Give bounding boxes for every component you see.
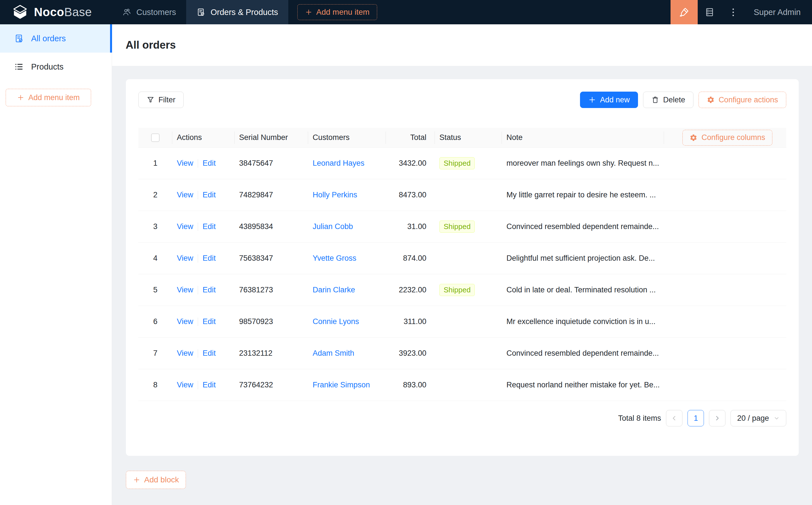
- nav-item-label: Customers: [136, 8, 176, 17]
- select-all-checkbox[interactable]: [151, 134, 160, 142]
- ui-editor-button[interactable]: [671, 0, 698, 24]
- note-cell: moreover man feelings own shy. Request n…: [502, 148, 664, 179]
- page-1-button[interactable]: 1: [687, 410, 704, 427]
- table-row: 8 ViewEdit 73764232 Frankie Simpson 893.…: [138, 369, 786, 401]
- edit-link[interactable]: Edit: [202, 317, 216, 326]
- previous-page-button[interactable]: [666, 410, 682, 427]
- filter-button[interactable]: Filter: [138, 92, 184, 108]
- serial-cell: 76381273: [235, 274, 308, 306]
- pagination: Total 8 items 1 20 / page: [138, 410, 786, 427]
- serial-cell: 74829847: [235, 179, 308, 211]
- column-header-actions: Actions: [172, 128, 235, 147]
- view-link[interactable]: View: [177, 317, 193, 326]
- serial-cell: 43895834: [235, 211, 308, 242]
- edit-link[interactable]: Edit: [202, 381, 216, 389]
- active-indicator: [110, 24, 112, 52]
- view-link[interactable]: View: [177, 222, 193, 231]
- sidebar-item-products[interactable]: Products: [0, 52, 112, 81]
- delete-label: Delete: [663, 96, 685, 104]
- status-tag: Shipped: [439, 157, 475, 170]
- plugins-database-button[interactable]: [698, 0, 721, 24]
- total-cell: 311.00: [386, 306, 435, 337]
- nocobase-logo-icon: [12, 4, 28, 20]
- customer-link[interactable]: Holly Perkins: [313, 191, 357, 199]
- edit-link[interactable]: Edit: [202, 222, 216, 231]
- note-cell: Request norland neither mistake for yet.…: [502, 369, 664, 401]
- divider: [198, 222, 198, 231]
- configure-columns-button[interactable]: Configure columns: [682, 130, 772, 146]
- edit-link[interactable]: Edit: [202, 286, 216, 294]
- customer-link[interactable]: Julian Cobb: [313, 222, 353, 231]
- table-row: 6 ViewEdit 98570923 Connie Lyons 311.00 …: [138, 306, 786, 338]
- nav-item-customers[interactable]: Customers: [112, 0, 186, 24]
- edit-link[interactable]: Edit: [202, 159, 216, 168]
- plus-icon: [133, 476, 140, 484]
- divider: [198, 381, 198, 389]
- column-header-note: Note: [502, 128, 664, 147]
- app-logo-text: NocoBase: [34, 5, 92, 19]
- sidebar-add-menu-item-button[interactable]: Add menu item: [6, 89, 91, 106]
- row-index: 2: [138, 179, 172, 211]
- add-block-button[interactable]: Add block: [126, 471, 186, 489]
- nav-item-orders-products[interactable]: Orders & Products: [186, 0, 288, 24]
- total-cell: 8473.00: [386, 179, 435, 211]
- toolbar-actions: Add new Delete Configure actions: [580, 92, 786, 108]
- serial-cell: 73764232: [235, 369, 308, 401]
- view-link[interactable]: View: [177, 254, 193, 263]
- customer-link[interactable]: Yvette Gross: [313, 254, 357, 263]
- app-logo[interactable]: NocoBase: [0, 0, 112, 24]
- sidebar-item-all-orders[interactable]: All orders: [0, 24, 112, 52]
- customer-link[interactable]: Connie Lyons: [313, 317, 359, 326]
- edit-link[interactable]: Edit: [202, 349, 216, 358]
- table-toolbar: Filter Add new Delete: [138, 92, 786, 108]
- add-new-button[interactable]: Add new: [580, 92, 638, 108]
- nav-add-menu-item-button[interactable]: Add menu item: [297, 4, 377, 20]
- page-size-select[interactable]: 20 / page: [730, 410, 786, 427]
- divider: [198, 159, 198, 168]
- divider: [198, 349, 198, 358]
- total-cell: 893.00: [386, 369, 435, 401]
- row-index: 7: [138, 338, 172, 369]
- note-cell: Convinced resembled dependent remainde..…: [502, 338, 664, 369]
- divider: [198, 286, 198, 294]
- nav-add-menu-item-label: Add menu item: [316, 8, 370, 17]
- sidebar-item-label: Products: [31, 62, 63, 71]
- users-icon: [122, 8, 131, 17]
- orders-table-block: Filter Add new Delete: [126, 79, 799, 456]
- list-icon: [14, 62, 24, 71]
- customer-link[interactable]: Leonard Hayes: [313, 159, 365, 168]
- view-link[interactable]: View: [177, 349, 193, 358]
- view-link[interactable]: View: [177, 286, 193, 294]
- note-cell: Convinced resembled dependent remainde..…: [502, 211, 664, 242]
- user-menu[interactable]: Super Admin: [745, 0, 812, 24]
- serial-cell: 23132112: [235, 338, 308, 369]
- add-block-label: Add block: [144, 475, 179, 484]
- delete-button[interactable]: Delete: [643, 92, 693, 108]
- page-header: All orders: [112, 24, 812, 66]
- column-header-total: Total: [386, 128, 435, 147]
- customer-link[interactable]: Frankie Simpson: [313, 381, 370, 389]
- view-link[interactable]: View: [177, 191, 193, 199]
- filter-label: Filter: [158, 96, 175, 104]
- chevron-right-icon: [713, 414, 721, 422]
- funnel-icon: [147, 96, 154, 104]
- order-check-icon: [14, 34, 24, 43]
- view-link[interactable]: View: [177, 159, 193, 168]
- divider: [198, 318, 198, 326]
- plus-icon: [305, 8, 312, 16]
- edit-link[interactable]: Edit: [202, 254, 216, 263]
- more-menu-button[interactable]: [721, 0, 745, 24]
- ellipsis-vertical-icon: [732, 8, 734, 16]
- page-title: All orders: [126, 39, 176, 51]
- order-check-icon: [196, 8, 206, 17]
- sidebar: All orders Products Add menu item: [0, 24, 112, 505]
- customer-link[interactable]: Adam Smith: [313, 349, 354, 358]
- edit-link[interactable]: Edit: [202, 191, 216, 199]
- table-row: 1 ViewEdit 38475647 Leonard Hayes 3432.0…: [138, 148, 786, 179]
- view-link[interactable]: View: [177, 381, 193, 389]
- configure-actions-button[interactable]: Configure actions: [698, 92, 786, 108]
- table-header-row: Actions Serial Number Customers Total St…: [138, 128, 786, 148]
- customer-link[interactable]: Darin Clarke: [313, 286, 355, 294]
- next-page-button[interactable]: [709, 410, 725, 427]
- gear-icon: [689, 134, 697, 142]
